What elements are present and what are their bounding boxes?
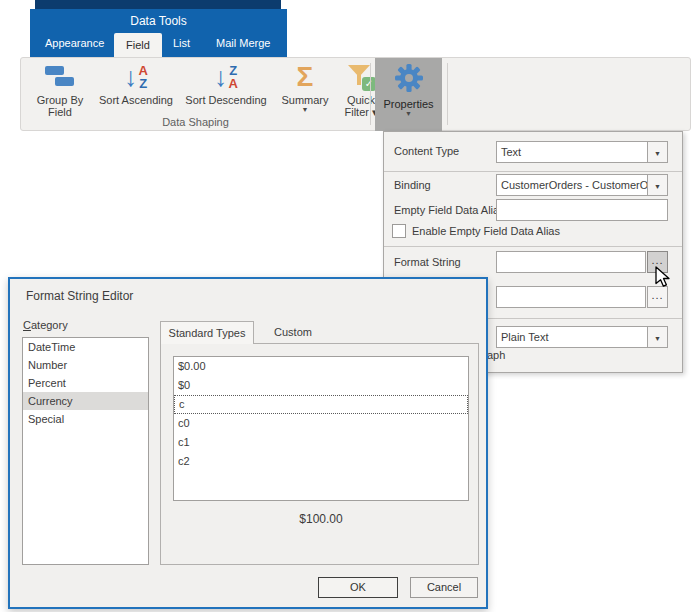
format-item[interactable]: c1: [174, 433, 468, 452]
ribbon-tab-appearance[interactable]: Appearance: [45, 37, 104, 49]
format-item[interactable]: c0: [174, 414, 468, 433]
clipped-label-fragment: aph: [487, 349, 505, 361]
empty-alias-input[interactable]: [496, 199, 668, 221]
summary-dropdown-caret: ▼: [302, 106, 309, 114]
category-item-selected[interactable]: Currency: [23, 392, 148, 410]
ribbon-panel: Group By Field ↓ AZ Sort Ascending ↓ ZA …: [20, 57, 691, 131]
enable-alias-label: Enable Empty Field Data Alias: [412, 225, 560, 237]
summary-button[interactable]: Σ Summary ▼: [275, 60, 335, 118]
properties-dropdown-caret: ▼: [405, 110, 412, 118]
binding-label: Binding: [394, 179, 431, 191]
ribbon-group-label: Data Shaping: [21, 116, 370, 128]
content-type-combobox[interactable]: Text ▼: [496, 141, 668, 163]
sort-ascending-button[interactable]: ↓ AZ Sort Ascending: [95, 60, 177, 118]
text-format-combobox[interactable]: Plain Text ▼: [496, 326, 668, 348]
cancel-button[interactable]: Cancel: [410, 577, 478, 598]
category-listbox[interactable]: DateTime Number Percent Currency Special: [22, 337, 149, 565]
format-item[interactable]: $0.00: [174, 357, 468, 376]
format-item[interactable]: c2: [174, 452, 468, 471]
format-item-focused[interactable]: c: [174, 395, 468, 414]
separator: [384, 246, 682, 247]
chevron-down-icon[interactable]: ▼: [647, 327, 667, 347]
tab-standard-types[interactable]: Standard Types: [160, 321, 254, 344]
sort-ascending-icon: ↓ AZ: [124, 64, 148, 91]
standard-types-tabpanel: $0.00 $0 c c0 c1 c2 $100.00: [160, 343, 479, 565]
filter-check-icon: ✓: [362, 77, 376, 91]
sort-descending-button[interactable]: ↓ ZA Sort Descending: [179, 60, 273, 118]
ribbon-separator: [370, 63, 371, 125]
category-item[interactable]: Percent: [23, 374, 148, 392]
properties-button[interactable]: Properties ▼: [375, 58, 442, 131]
ribbon-tab-field[interactable]: Field: [114, 33, 162, 57]
format-preview: $100.00: [173, 512, 469, 526]
group-by-icon: [45, 65, 75, 89]
category-item[interactable]: Number: [23, 356, 148, 374]
format-string-input[interactable]: [496, 251, 646, 273]
quick-filter-icon: ✓: [346, 63, 376, 91]
format-listbox[interactable]: $0.00 $0 c c0 c1 c2: [173, 356, 469, 501]
contextual-group-strip: [35, 0, 281, 9]
category-item[interactable]: Special: [23, 410, 148, 428]
screenshot-canvas: Data Tools Appearance Field List Mail Me…: [0, 0, 691, 612]
binding-combobox[interactable]: CustomerOrders - CustomerO ▼: [496, 174, 668, 196]
format-item[interactable]: $0: [174, 376, 468, 395]
format-string-editor-dialog: Format String Editor Category DateTime N…: [8, 277, 488, 609]
sigma-icon: Σ: [297, 63, 314, 91]
contextual-group-title: Data Tools: [30, 14, 287, 28]
group-by-field-button[interactable]: Group By Field: [27, 60, 93, 118]
enable-alias-checkbox[interactable]: [392, 224, 406, 238]
ribbon-tab-mail-merge[interactable]: Mail Merge: [216, 37, 270, 49]
tab-custom[interactable]: Custom: [258, 321, 328, 344]
ok-button[interactable]: OK: [318, 577, 398, 598]
content-type-label: Content Type: [394, 145, 459, 157]
separator: [384, 171, 682, 172]
category-item[interactable]: DateTime: [23, 338, 148, 356]
ribbon-separator: [447, 63, 448, 125]
mouse-cursor: [655, 266, 673, 290]
format-string-label: Format String: [394, 256, 461, 268]
ribbon-tab-list[interactable]: List: [173, 37, 190, 49]
chevron-down-icon[interactable]: ▼: [647, 142, 667, 162]
category-label: Category: [23, 319, 68, 331]
empty-alias-label: Empty Field Data Alias: [394, 204, 505, 216]
chevron-down-icon[interactable]: ▼: [647, 175, 667, 195]
secondary-editor-input[interactable]: [496, 286, 646, 308]
sort-descending-icon: ↓ ZA: [214, 64, 238, 91]
dialog-title: Format String Editor: [26, 289, 133, 303]
gear-icon: [393, 62, 425, 94]
